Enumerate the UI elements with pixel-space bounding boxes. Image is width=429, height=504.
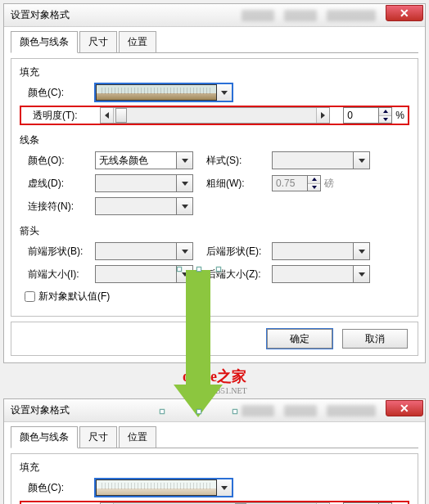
dropdown-arrow-icon[interactable] [177, 151, 193, 169]
dialog-bottom: 设置对象格式 ✕ 颜色与线条 尺寸 位置 填充 颜色(C): 透明度(T): [3, 398, 426, 504]
tab-color-lines[interactable]: 颜色与线条 [11, 31, 78, 53]
dropdown-arrow-icon[interactable] [354, 151, 370, 169]
dropdown-arrow-icon[interactable] [177, 174, 193, 192]
fill-color-combo[interactable] [95, 83, 233, 101]
selection-handle [196, 267, 201, 272]
blurred-title-item [242, 10, 274, 21]
transparency-row-highlight: 透明度(T): % [20, 501, 409, 504]
blurred-title-item [327, 405, 376, 416]
connector-combo[interactable] [95, 197, 193, 215]
transparency-spinner[interactable] [343, 107, 392, 124]
connector-label: 连接符(N): [20, 200, 95, 214]
close-icon: ✕ [400, 402, 409, 415]
spin-up-icon[interactable] [379, 108, 391, 116]
blurred-title-item [284, 10, 317, 21]
selection-handle [177, 267, 182, 272]
dropdown-arrow-icon[interactable] [177, 242, 193, 260]
line-style-label: 样式(S): [201, 154, 272, 168]
tab-color-lines[interactable]: 颜色与线条 [11, 426, 78, 448]
dialog-top: 设置对象格式 ✕ 颜色与线条 尺寸 位置 填充 颜色(C): 透明度(T): [3, 3, 426, 363]
dialog-content: 颜色与线条 尺寸 位置 填充 颜色(C): 透明度(T): [4, 422, 425, 504]
blurred-title-item [327, 10, 376, 21]
slider-increment-icon[interactable] [316, 108, 329, 123]
selection-handle [233, 409, 237, 414]
fill-color-label: 颜色(C): [20, 481, 95, 495]
dropdown-arrow-icon[interactable] [354, 242, 370, 260]
fill-color-swatch [96, 84, 217, 101]
ok-button[interactable]: 确定 [267, 329, 332, 349]
panel-main: 填充 颜色(C): 透明度(T): % [11, 58, 418, 317]
spin-up-icon[interactable] [308, 176, 320, 184]
button-row: 确定 取消 [11, 322, 418, 356]
percent-label: % [395, 110, 404, 121]
blurred-title-item [284, 405, 317, 416]
selection-handle [196, 409, 201, 414]
line-color-label: 颜色(O): [20, 154, 95, 168]
slider-thumb[interactable] [115, 108, 127, 123]
selection-handle [160, 409, 165, 414]
tab-position[interactable]: 位置 [119, 426, 156, 448]
selection-handle [216, 267, 221, 272]
line-style-combo[interactable] [272, 151, 370, 169]
tab-bar: 颜色与线条 尺寸 位置 [11, 425, 418, 448]
close-button[interactable]: ✕ [386, 5, 423, 21]
arrow-begin-shape-label: 前端形状(B): [20, 245, 95, 259]
dropdown-arrow-icon[interactable] [177, 197, 193, 215]
transparency-input[interactable] [343, 107, 379, 124]
dash-combo[interactable] [95, 174, 193, 192]
dropdown-arrow-icon[interactable] [354, 265, 370, 283]
dialog-content: 颜色与线条 尺寸 位置 填充 颜色(C): 透明度(T): [4, 27, 425, 362]
fill-color-label: 颜色(C): [20, 86, 95, 100]
arrow-end-size-combo[interactable] [272, 265, 370, 283]
titlebar[interactable]: 设置对象格式 ✕ [4, 4, 425, 27]
line-color-value: 无线条颜色 [99, 154, 148, 168]
titlebar[interactable]: 设置对象格式 ✕ [4, 399, 425, 422]
slider-decrement-icon[interactable] [101, 108, 114, 123]
spin-down-icon[interactable] [308, 184, 320, 191]
arrow-end-shape-combo[interactable] [272, 242, 370, 260]
weight-input[interactable] [272, 175, 308, 191]
transparency-row-highlight: 透明度(T): % [20, 106, 409, 125]
weight-label: 粗细(W): [201, 177, 272, 191]
transparency-label: 透明度(T): [25, 109, 100, 123]
defaults-checkbox[interactable] [25, 291, 35, 302]
tab-position[interactable]: 位置 [119, 31, 156, 53]
dash-label: 虚线(D): [20, 177, 95, 191]
arrow-end-size-label: 后端大小(Z): [201, 268, 272, 281]
spin-down-icon[interactable] [379, 116, 391, 124]
tab-bar: 颜色与线条 尺寸 位置 [11, 30, 418, 53]
dropdown-arrow-icon[interactable] [216, 479, 233, 497]
arrow-begin-shape-combo[interactable] [95, 242, 193, 260]
arrow-header: 箭头 [20, 224, 409, 238]
defaults-row: 新对象默认值(F) [21, 289, 409, 304]
dialog-title: 设置对象格式 [11, 403, 70, 417]
fill-header: 填充 [20, 65, 409, 79]
fill-header: 填充 [20, 461, 409, 475]
cancel-button[interactable]: 取消 [342, 329, 408, 349]
dialog-title: 设置对象格式 [11, 8, 70, 22]
line-color-combo[interactable]: 无线条颜色 [95, 151, 193, 169]
tab-size[interactable]: 尺寸 [79, 31, 117, 53]
blurred-title-item [242, 405, 274, 416]
tab-size[interactable]: 尺寸 [79, 426, 117, 448]
close-icon: ✕ [400, 7, 409, 20]
defaults-label: 新对象默认值(F) [38, 290, 110, 304]
fill-color-swatch [96, 479, 217, 496]
arrow-end-shape-label: 后端形状(E): [201, 245, 272, 259]
close-button[interactable]: ✕ [386, 400, 423, 416]
panel-main: 填充 颜色(C): 透明度(T): % [11, 453, 418, 504]
line-header: 线条 [20, 133, 409, 147]
fill-color-combo[interactable] [95, 479, 233, 497]
weight-spinner[interactable] [272, 175, 321, 191]
arrow-begin-size-label: 前端大小(I): [20, 268, 95, 281]
watermark: office之家 OFFICE.JB51.NET [0, 367, 429, 395]
dropdown-arrow-icon[interactable] [216, 83, 233, 101]
weight-unit: 磅 [324, 177, 334, 191]
transparency-slider[interactable] [100, 107, 330, 124]
